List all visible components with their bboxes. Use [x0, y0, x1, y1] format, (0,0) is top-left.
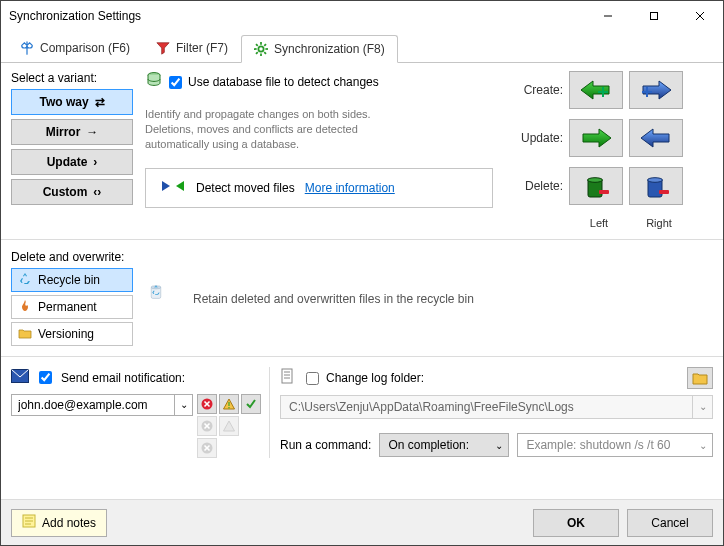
svg-rect-35 — [282, 369, 292, 383]
svg-point-4 — [258, 46, 263, 51]
log-folder-path-text: C:\Users\Zenju\AppData\Roaming\FreeFileS… — [281, 400, 692, 414]
detect-moved-label: Detect moved files — [196, 181, 295, 195]
tab-filter[interactable]: Filter (F7) — [143, 34, 241, 62]
ok-button[interactable]: OK — [533, 509, 619, 537]
gear-icon — [254, 42, 268, 56]
svg-rect-21 — [659, 190, 669, 194]
email-checkbox[interactable] — [39, 371, 52, 384]
svg-rect-19 — [599, 190, 609, 194]
more-information-link[interactable]: More information — [305, 181, 395, 195]
recycle-bin-icon — [147, 282, 181, 316]
dir-right-footer: Right — [629, 215, 689, 229]
delete-description: Retain deleted and overwritten files in … — [193, 292, 474, 306]
two-way-arrow-icon: ⇄ — [95, 95, 105, 109]
titlebar: Synchronization Settings — [1, 1, 723, 31]
minimize-button[interactable] — [585, 1, 631, 31]
variant-two-way[interactable]: Two way⇄ — [11, 89, 133, 115]
svg-rect-15 — [598, 91, 608, 93]
notify-warning-disabled[interactable] — [219, 416, 239, 436]
delete-right-button[interactable] — [629, 167, 683, 205]
left-right-icon: ‹› — [93, 185, 101, 199]
log-folder-dropdown[interactable]: ⌄ — [692, 396, 712, 418]
dir-delete-label: Delete: — [505, 179, 569, 193]
variant-update[interactable]: Update› — [11, 149, 133, 175]
svg-rect-17 — [642, 91, 652, 93]
svg-line-9 — [256, 44, 258, 46]
dir-create-label: Create: — [505, 83, 569, 97]
close-button[interactable] — [677, 1, 723, 31]
run-command-when-combo[interactable]: On completion:⌄ — [379, 433, 509, 457]
svg-line-12 — [256, 52, 258, 54]
browse-log-folder-button[interactable] — [687, 367, 713, 389]
tab-synchronization[interactable]: Synchronization (F8) — [241, 35, 398, 63]
database-icon — [145, 71, 163, 93]
notify-error-disabled[interactable] — [197, 416, 217, 436]
dialog-footer: Add notes OK Cancel — [1, 499, 723, 545]
add-notes-button[interactable]: Add notes — [11, 509, 107, 537]
dir-left-footer: Left — [569, 215, 629, 229]
log-folder-path-field[interactable]: C:\Users\Zenju\AppData\Roaming\FreeFileS… — [280, 395, 713, 419]
delete-opt-recycle[interactable]: Recycle bin — [11, 268, 133, 292]
settings-window: Synchronization Settings Comparison (F6) — [0, 0, 724, 546]
recycle-small-icon — [18, 272, 32, 289]
delete-left-button[interactable] — [569, 167, 623, 205]
right-arrow-icon: → — [86, 125, 98, 139]
detect-changes-label[interactable]: Use database file to detect changes — [188, 75, 379, 89]
email-input[interactable] — [12, 398, 174, 412]
chevron-right-icon: › — [93, 155, 97, 169]
window-title: Synchronization Settings — [9, 9, 141, 23]
svg-line-10 — [264, 52, 266, 54]
notify-error-disabled-2[interactable] — [197, 438, 217, 458]
notify-error-button[interactable] — [197, 394, 217, 414]
scales-icon — [20, 41, 34, 55]
email-checkbox-label[interactable]: Send email notification: — [61, 371, 185, 385]
create-right-button[interactable] — [629, 71, 683, 109]
log-folder-checkbox-label[interactable]: Change log folder: — [302, 369, 424, 388]
email-field-wrapper: ⌄ — [11, 394, 193, 416]
delete-opt-permanent[interactable]: Permanent — [11, 295, 133, 319]
detect-moved-box: Detect moved files More information — [145, 168, 493, 208]
log-folder-checkbox[interactable] — [306, 372, 319, 385]
update-right-button[interactable] — [629, 119, 683, 157]
delete-opt-versioning[interactable]: Versioning — [11, 322, 133, 346]
notify-success-button[interactable] — [241, 394, 261, 414]
variant-custom[interactable]: Custom‹› — [11, 179, 133, 205]
svg-point-18 — [588, 178, 603, 183]
update-left-button[interactable] — [569, 119, 623, 157]
folder-icon — [18, 326, 32, 343]
dir-update-label: Update: — [505, 131, 569, 145]
variant-mirror[interactable]: Mirror→ — [11, 119, 133, 145]
create-left-button[interactable] — [569, 71, 623, 109]
log-icon — [280, 368, 296, 388]
run-command-input[interactable]: Example: shutdown /s /t 60⌄ — [517, 433, 713, 457]
svg-point-20 — [648, 178, 663, 183]
cancel-button[interactable]: Cancel — [627, 509, 713, 537]
tabstrip: Comparison (F6) Filter (F7) Synchronizat… — [1, 31, 723, 63]
svg-line-11 — [264, 44, 266, 46]
email-dropdown-button[interactable]: ⌄ — [174, 395, 192, 415]
svg-rect-28 — [228, 407, 229, 408]
svg-rect-27 — [228, 402, 229, 406]
variant-heading: Select a variant: — [11, 71, 133, 85]
funnel-icon — [156, 41, 170, 55]
tab-comparison[interactable]: Comparison (F6) — [7, 34, 143, 62]
variant-description: Identify and propagate changes on both s… — [145, 107, 405, 152]
note-icon — [22, 514, 36, 531]
maximize-button[interactable] — [631, 1, 677, 31]
mail-icon — [11, 367, 29, 388]
detect-changes-checkbox[interactable] — [169, 76, 182, 89]
notify-warning-button[interactable] — [219, 394, 239, 414]
delete-heading: Delete and overwrite: — [11, 250, 713, 264]
run-command-label: Run a command: — [280, 438, 371, 452]
moved-arrows-icon — [160, 178, 186, 197]
flame-icon — [18, 299, 32, 316]
svg-rect-1 — [651, 13, 658, 20]
